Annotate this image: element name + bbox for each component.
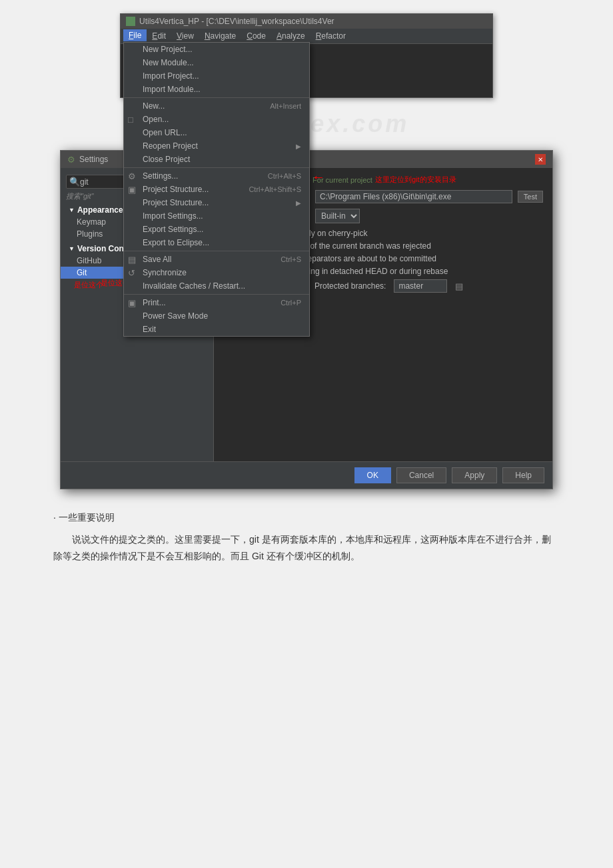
ide-title-icon — [126, 17, 135, 26]
menu-shortcut: Ctrl+Alt+S — [268, 172, 301, 180]
test-button[interactable]: Test — [518, 191, 543, 203]
menu-import-project[interactable]: Import Project... — [124, 69, 309, 83]
menu-label: Project Structure... — [143, 185, 209, 194]
file-menu-item[interactable]: File — [123, 29, 147, 41]
ssh-executable-select[interactable]: Built-in Native — [315, 209, 360, 223]
ide-title-text: Utils4Vertica_HP - [C:\DEV\intellij_work… — [139, 17, 334, 26]
menu-invalidate-caches[interactable]: Invalidate Caches / Restart... — [124, 279, 309, 293]
menu-label: Reopen Project — [143, 141, 198, 151]
bullet-label: 一些重要说明 — [59, 509, 115, 526]
menu-new-module[interactable]: New Module... — [124, 56, 309, 69]
menu-reopen-project[interactable]: Reopen Project ▶ — [124, 139, 309, 153]
bullet-point: · 一些重要说明 — [53, 509, 560, 526]
menu-label: Save All — [143, 255, 171, 264]
protected-branches-input[interactable] — [394, 279, 447, 293]
red-arrow-icon: ← — [312, 169, 325, 185]
project-structure-icon: ▣ — [128, 185, 136, 195]
path-to-git-input[interactable] — [315, 190, 512, 203]
menu-synchronize[interactable]: ↺ Synchronize — [124, 266, 309, 279]
menu-power-save[interactable]: Power Save Mode — [124, 309, 309, 323]
ok-button[interactable]: OK — [354, 467, 391, 483]
menu-new[interactable]: New... Alt+Insert — [124, 99, 309, 113]
file-dropdown: New Project... New Module... Import Proj… — [123, 42, 310, 337]
refactor-menu-item[interactable]: Refactor — [310, 30, 351, 42]
code-menu-item[interactable]: Code — [241, 30, 271, 42]
menu-separator — [124, 251, 309, 251]
menu-label: Open URL... — [143, 128, 187, 137]
menu-label: Settings... — [143, 171, 178, 181]
arrow-icon: ▶ — [296, 199, 301, 207]
menu-exit[interactable]: Exit — [124, 323, 309, 336]
menu-shortcut: Alt+Insert — [270, 102, 301, 110]
menu-separator — [124, 294, 309, 295]
menu-label: Invalidate Caches / Restart... — [143, 281, 245, 291]
menu-label: Import Settings... — [143, 211, 203, 221]
menu-label: Close Project — [143, 155, 190, 164]
view-menu-item[interactable]: View — [171, 30, 199, 42]
settings-close-button[interactable]: ✕ — [535, 154, 546, 165]
file-menu[interactable]: File New Project... New Module... Import… — [123, 30, 147, 42]
menu-shortcut: Ctrl+Alt+Shift+S — [249, 185, 301, 193]
menu-save-all[interactable]: ▤ Save All Ctrl+S — [124, 253, 309, 266]
analyze-menu-item[interactable]: Analyze — [271, 30, 310, 42]
menu-label: Export Settings... — [143, 225, 203, 234]
menu-separator — [124, 97, 309, 98]
menu-separator — [124, 167, 309, 168]
menu-label: Synchronize — [143, 268, 187, 277]
navigate-menu-item[interactable]: Navigate — [199, 30, 241, 42]
menu-label: Export to Eclipse... — [143, 238, 209, 247]
tree-item-label: Plugins — [77, 229, 103, 239]
save-icon: ▤ — [128, 255, 136, 265]
bottom-text-section: · 一些重要说明 说说文件的提交之类的。这里需要提一下，git 是有两套版本库的… — [53, 509, 560, 569]
protected-branches-icon[interactable]: ▤ — [455, 281, 463, 291]
bullet-symbol: · — [53, 509, 56, 526]
menu-other-settings[interactable]: Project Structure... ▶ — [124, 196, 309, 209]
menu-import-module[interactable]: Import Module... — [124, 83, 309, 96]
menu-label: New Project... — [143, 45, 193, 54]
settings-title-text: Settings — [79, 155, 108, 164]
annotation-git-path: 这里定位到git的安装目录 — [375, 175, 456, 185]
print-icon: ▣ — [128, 298, 136, 308]
menu-shortcut: Ctrl+S — [281, 255, 301, 263]
menu-import-settings[interactable]: Import Settings... — [124, 209, 309, 223]
cancel-button[interactable]: Cancel — [396, 467, 446, 483]
menu-label: Power Save Mode — [143, 311, 208, 321]
ide-menubar: File New Project... New Module... Import… — [121, 29, 492, 44]
menu-project-structure[interactable]: ▣ Project Structure... Ctrl+Alt+Shift+S — [124, 183, 309, 196]
menu-export-eclipse[interactable]: Export to Eclipse... — [124, 236, 309, 249]
menu-close-project[interactable]: Close Project — [124, 153, 309, 166]
open-icon: □ — [128, 115, 133, 125]
bottom-paragraph-1: 说说文件的提交之类的。这里需要提一下，git 是有两套版本库的，本地库和远程库，… — [53, 531, 560, 565]
settings-title-icon: ⚙ — [67, 155, 75, 165]
protected-branches-label: Protected branches: — [314, 281, 386, 291]
menu-label: New... — [143, 101, 165, 111]
menu-export-settings[interactable]: Export Settings... — [124, 223, 309, 236]
menu-label: Import Project... — [143, 71, 199, 81]
menu-label: Exit — [143, 325, 156, 334]
menu-new-project[interactable]: New Project... — [124, 43, 309, 56]
menu-label: Import Module... — [143, 85, 201, 94]
menu-shortcut: Ctrl+P — [281, 299, 301, 307]
menu-open[interactable]: □ Open... — [124, 113, 309, 126]
edit-menu-item[interactable]: Edit — [147, 30, 171, 42]
tree-expand-icon: ▼ — [69, 245, 75, 252]
tree-expand-icon: ▼ — [69, 207, 75, 213]
help-button[interactable]: Help — [502, 467, 544, 483]
arrow-icon: ▶ — [296, 143, 301, 150]
menu-label: Project Structure... — [143, 198, 209, 207]
tree-item-label: Git — [77, 268, 87, 277]
menu-settings[interactable]: ⚙ Settings... Ctrl+Alt+S ← — [124, 169, 309, 183]
menu-open-url[interactable]: Open URL... — [124, 126, 309, 139]
ide-titlebar: Utils4Vertica_HP - [C:\DEV\intellij_work… — [121, 14, 492, 29]
menu-print[interactable]: ▣ Print... Ctrl+P — [124, 296, 309, 309]
tree-item-label: GitHub — [77, 256, 101, 265]
settings-icon: ⚙ — [128, 171, 136, 181]
menu-label: Open... — [143, 115, 169, 124]
apply-button[interactable]: Apply — [452, 467, 497, 483]
search-icon: 🔍 — [69, 177, 80, 187]
settings-footer: OK Cancel Apply Help — [61, 461, 552, 489]
menu-label: New Module... — [143, 58, 194, 67]
ide-window: Utils4Vertica_HP - [C:\DEV\intellij_work… — [120, 13, 493, 98]
menu-label: Print... — [143, 298, 166, 307]
tree-item-label: Keymap — [77, 217, 106, 227]
